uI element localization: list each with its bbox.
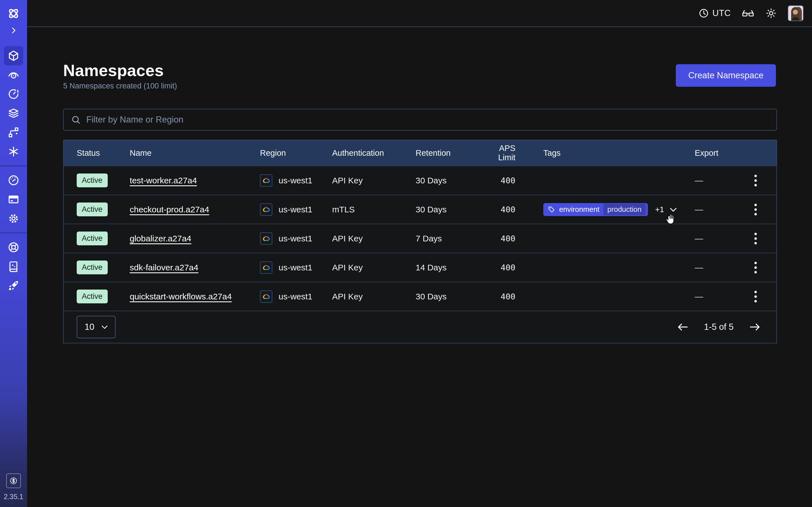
filter-input[interactable] xyxy=(86,115,769,125)
theme-toggle-button[interactable] xyxy=(765,7,777,19)
col-export: Export xyxy=(695,149,776,158)
avatar[interactable] xyxy=(788,5,804,21)
region-label: us-west1 xyxy=(278,292,312,301)
sidebar-item-billing[interactable] xyxy=(4,190,23,209)
search-icon xyxy=(71,115,81,124)
brightness-icon xyxy=(765,7,777,19)
retention-value: 7 Days xyxy=(416,234,479,243)
sidebar-item-workflow[interactable] xyxy=(4,123,23,142)
sidebar-item-layers[interactable] xyxy=(4,104,23,123)
filter-bar[interactable] xyxy=(63,109,777,131)
sidebar-divider xyxy=(0,233,27,233)
create-namespace-button[interactable]: Create Namespace xyxy=(676,64,776,87)
sidebar-item-nexus[interactable] xyxy=(4,142,23,161)
glasses-icon xyxy=(742,8,755,19)
aps-value: 400 xyxy=(479,205,515,214)
region-label: us-west1 xyxy=(278,176,312,185)
prev-page-button[interactable] xyxy=(676,321,689,334)
chevron-down-icon xyxy=(100,323,109,331)
aps-value: 400 xyxy=(479,234,515,243)
sidebar-item-support[interactable] xyxy=(4,238,23,257)
sidebar-item-monitor[interactable] xyxy=(4,65,23,84)
sidebar-item-getting-started[interactable] xyxy=(4,276,23,295)
namespace-link[interactable]: sdk-failover.a27a4 xyxy=(130,263,199,272)
cube-icon xyxy=(7,50,20,62)
gcp-cloud-icon xyxy=(260,203,272,216)
rocket-icon xyxy=(7,279,20,292)
timer-icon xyxy=(7,88,20,100)
tag-icon xyxy=(548,206,555,213)
status-badge: Active xyxy=(77,290,108,303)
book-sparkles-icon xyxy=(7,260,20,273)
col-aps-limit: APS Limit xyxy=(479,144,515,162)
app-version: 2.35.1 xyxy=(4,493,23,501)
table-row: Active globalizer.a27a4 us-west1 API Key… xyxy=(64,224,776,252)
more-tags-count: +1 xyxy=(655,205,664,214)
kebab-icon xyxy=(754,203,757,216)
retention-value: 14 Days xyxy=(416,263,479,272)
col-tags: Tags xyxy=(515,149,695,158)
sidebar-item-usage[interactable] xyxy=(4,171,23,190)
page-size-value: 10 xyxy=(85,322,94,332)
tag-key: environment xyxy=(559,205,599,214)
next-page-button[interactable] xyxy=(748,321,761,334)
page-size-select[interactable]: 10 xyxy=(77,316,116,338)
namespace-link[interactable]: test-worker.a27a4 xyxy=(130,176,197,185)
gcp-cloud-icon xyxy=(260,174,272,187)
export-value: — xyxy=(695,292,703,301)
more-tags-toggle[interactable]: +1 xyxy=(655,205,678,214)
sidebar: 2.35.1 xyxy=(0,0,27,507)
tag-chip[interactable]: environment production xyxy=(543,203,648,216)
col-retention: Retention xyxy=(416,149,479,158)
labs-toggle-button[interactable] xyxy=(742,8,755,19)
namespace-link[interactable]: quickstart-workflows.a27a4 xyxy=(130,292,232,301)
kebab-icon xyxy=(754,232,757,245)
retention-value: 30 Days xyxy=(416,292,479,301)
timezone-label: UTC xyxy=(712,8,731,18)
plan-badge-button[interactable] xyxy=(6,473,21,488)
row-menu-button[interactable] xyxy=(749,202,762,217)
row-menu-button[interactable] xyxy=(749,173,762,188)
auth-value: API Key xyxy=(332,176,416,185)
tag-value: production xyxy=(603,204,645,215)
col-status: Status xyxy=(77,149,130,158)
sidebar-expand-button[interactable] xyxy=(4,23,23,38)
namespaces-table: Status Name Region Authentication Retent… xyxy=(63,140,777,343)
aps-value: 400 xyxy=(479,263,515,272)
arrow-right-icon xyxy=(748,321,761,334)
table-row: Active checkout-prod.a27a4 us-west1 mTLS… xyxy=(64,194,776,224)
git-branch-icon xyxy=(7,126,20,138)
kebab-icon xyxy=(754,261,757,274)
export-value: — xyxy=(695,205,703,214)
col-name: Name xyxy=(130,149,260,158)
temporal-logo-icon xyxy=(6,6,20,20)
namespace-link[interactable]: checkout-prod.a27a4 xyxy=(130,205,209,214)
namespace-link[interactable]: globalizer.a27a4 xyxy=(130,234,192,243)
sidebar-item-settings[interactable] xyxy=(4,209,23,228)
sidebar-item-namespaces[interactable] xyxy=(4,46,23,65)
eye-icon xyxy=(7,69,20,81)
row-menu-button[interactable] xyxy=(749,231,762,246)
avatar-image xyxy=(788,6,803,20)
auth-value: API Key xyxy=(332,234,416,243)
retention-value: 30 Days xyxy=(416,205,479,214)
sidebar-item-docs[interactable] xyxy=(4,257,23,276)
col-region: Region xyxy=(260,149,332,158)
sidebar-item-timer[interactable] xyxy=(4,84,23,104)
auth-value: API Key xyxy=(332,292,416,301)
timezone-selector[interactable]: UTC xyxy=(698,8,731,18)
region-label: us-west1 xyxy=(278,205,312,214)
export-value: — xyxy=(695,234,703,243)
aps-value: 400 xyxy=(479,292,515,301)
table-pagination: 10 1-5 of 5 xyxy=(64,311,776,343)
row-menu-button[interactable] xyxy=(749,260,762,275)
row-menu-button[interactable] xyxy=(749,289,762,304)
temporal-logo[interactable] xyxy=(4,4,23,23)
page-title: Namespaces xyxy=(63,61,164,80)
gcp-cloud-icon xyxy=(260,262,272,274)
export-value: — xyxy=(695,263,703,272)
gcp-cloud-icon xyxy=(260,232,272,245)
chevron-down-icon xyxy=(668,205,678,214)
kebab-icon xyxy=(754,290,757,303)
region-label: us-west1 xyxy=(278,234,312,243)
